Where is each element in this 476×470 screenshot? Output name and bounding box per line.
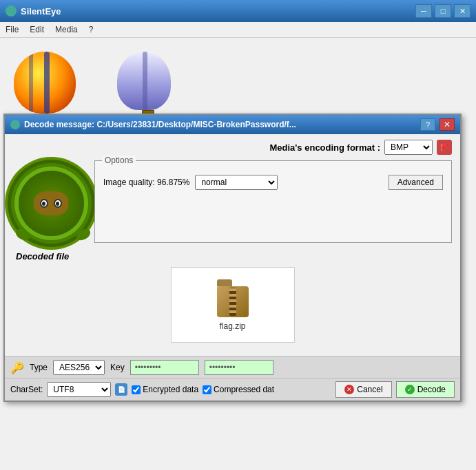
mascot-left-arm bbox=[13, 226, 31, 242]
key-input-1[interactable] bbox=[130, 360, 199, 375]
bg-window-controls: ─ □ ✕ bbox=[415, 4, 470, 18]
decode-dialog: Decode message: C:/Users/23831/Desktop/M… bbox=[3, 114, 462, 402]
cancel-icon: ✕ bbox=[344, 385, 354, 394]
compressed-data-label: Compressed dat bbox=[214, 385, 274, 394]
dialog-title: Decode message: C:/Users/23831/Desktop/M… bbox=[24, 120, 416, 129]
quality-select[interactable]: normal high low bbox=[195, 175, 278, 190]
key-label: Key bbox=[110, 363, 125, 372]
cancel-button[interactable]: ✕ Cancel bbox=[335, 381, 391, 398]
dialog-body: Media's encoding format : BMP JPEG PNG 🚩 bbox=[5, 134, 460, 356]
decode-button[interactable]: ✓ Decode bbox=[396, 381, 455, 398]
zip-stripe bbox=[229, 288, 236, 316]
menu-file[interactable]: File bbox=[6, 25, 19, 34]
main-area: Options Image quality: 96.875% normal hi… bbox=[13, 160, 452, 243]
advanced-button[interactable]: Advanced bbox=[389, 175, 443, 190]
dialog-close-button[interactable]: ✕ bbox=[439, 118, 455, 131]
bg-window-title: SilentEye bbox=[21, 6, 411, 17]
dialog-help-button[interactable]: ? bbox=[420, 118, 435, 131]
decoded-section: Decoded file flag.zip bbox=[13, 243, 452, 348]
dialog-icon bbox=[10, 120, 20, 129]
zip-icon bbox=[216, 279, 250, 317]
menu-edit[interactable]: Edit bbox=[30, 25, 44, 34]
encrypted-data-label: Encrypted data bbox=[143, 385, 198, 394]
dialog-titlebar: Decode message: C:/Users/23831/Desktop/M… bbox=[5, 115, 460, 134]
bg-app-icon bbox=[6, 6, 17, 17]
bg-titlebar: SilentEye ─ □ ✕ bbox=[0, 0, 476, 22]
file-name: flag.zip bbox=[219, 321, 245, 331]
type-label: Type bbox=[30, 363, 48, 372]
encrypted-data-checkbox-label[interactable]: Encrypted data bbox=[132, 385, 198, 394]
mascot-right-arm bbox=[74, 226, 92, 242]
bg-maximize-button[interactable]: □ bbox=[435, 4, 451, 18]
balloon1-stripe bbox=[44, 52, 50, 114]
mascot-right-eye bbox=[54, 199, 62, 208]
menu-help[interactable]: ? bbox=[89, 25, 94, 34]
mascot-area bbox=[13, 160, 89, 243]
balloon1-body bbox=[14, 52, 76, 114]
mascot-body bbox=[19, 171, 84, 236]
mascot-right-pupil bbox=[56, 202, 59, 206]
decode-label: Decode bbox=[417, 385, 446, 394]
encrypted-data-checkbox[interactable] bbox=[132, 385, 141, 394]
bg-minimize-button[interactable]: ─ bbox=[415, 4, 432, 18]
compressed-data-checkbox-label[interactable]: Compressed dat bbox=[203, 385, 274, 394]
balloon1-stripe2 bbox=[29, 52, 33, 114]
mascot bbox=[15, 160, 87, 243]
cancel-label: Cancel bbox=[357, 385, 382, 394]
charset-label: CharSet: bbox=[10, 385, 43, 394]
encoding-label: Media's encoding format : bbox=[269, 142, 380, 153]
bottom-toolbar: 🔑 Type AES256 AES128 DES Key bbox=[5, 356, 460, 378]
key-input-2[interactable] bbox=[205, 360, 273, 375]
options-box: Options Image quality: 96.875% normal hi… bbox=[94, 160, 452, 243]
menu-media[interactable]: Media bbox=[55, 25, 78, 34]
mascot-left-pupil bbox=[42, 202, 45, 206]
encoding-flag-icon: 🚩 bbox=[437, 140, 452, 155]
bg-close-button[interactable]: ✕ bbox=[454, 4, 470, 18]
charset-icon: 📄 bbox=[115, 383, 127, 396]
options-legend: Options bbox=[102, 156, 136, 165]
decoded-file-title: Decoded file bbox=[16, 251, 452, 261]
key-icon: 🔑 bbox=[10, 361, 24, 374]
type-select[interactable]: AES256 AES128 DES bbox=[53, 360, 105, 375]
encoding-select[interactable]: BMP JPEG PNG bbox=[384, 140, 433, 155]
mascot-left-eye bbox=[40, 199, 48, 208]
balloon2-stripe bbox=[143, 52, 147, 110]
encoding-row: Media's encoding format : BMP JPEG PNG 🚩 bbox=[13, 140, 452, 155]
file-preview: flag.zip bbox=[171, 267, 295, 343]
mascot-face bbox=[34, 191, 68, 215]
mascot-arms bbox=[15, 230, 91, 239]
zip-tab bbox=[217, 279, 232, 286]
decode-icon: ✓ bbox=[405, 385, 415, 394]
bg-menubar: File Edit Media ? bbox=[0, 22, 476, 38]
charset-row: CharSet: UTF8 ASCII ISO-8859-1 📄 Encrypt… bbox=[5, 378, 460, 400]
charset-select[interactable]: UTF8 ASCII ISO-8859-1 bbox=[47, 382, 111, 397]
balloon2-body bbox=[117, 52, 171, 110]
compressed-data-checkbox[interactable] bbox=[203, 385, 211, 394]
image-quality-row: Image quality: 96.875% normal high low A… bbox=[103, 175, 443, 190]
image-quality-label: Image quality: 96.875% bbox=[103, 178, 189, 187]
zip-body bbox=[217, 286, 249, 317]
